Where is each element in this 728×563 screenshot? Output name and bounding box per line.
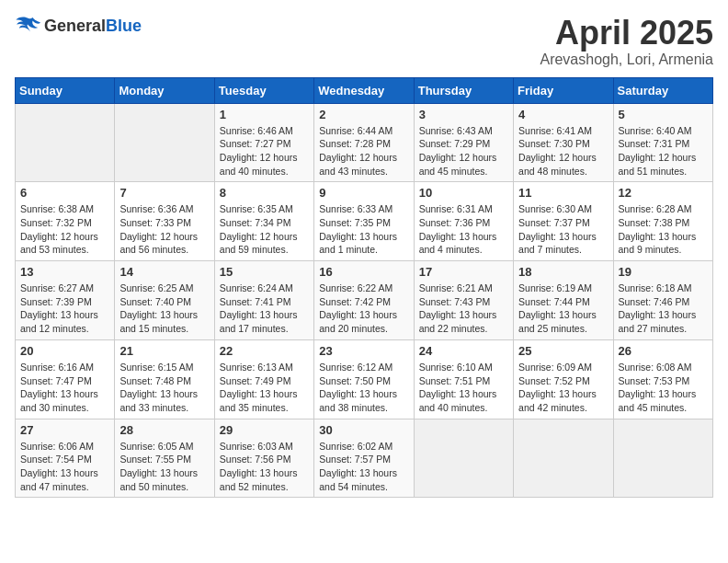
cell-date-number: 1 [220, 108, 309, 121]
calendar-cell: 25Sunrise: 6:09 AMSunset: 7:52 PMDayligh… [514, 339, 613, 419]
calendar-cell: 28Sunrise: 6:05 AMSunset: 7:55 PMDayligh… [115, 419, 214, 498]
cell-date-number: 4 [518, 108, 608, 121]
logo-bird-icon [15, 15, 40, 37]
day-header-wednesday: Wednesday [314, 77, 414, 103]
calendar-cell: 8Sunrise: 6:35 AMSunset: 7:34 PMDaylight… [214, 182, 313, 261]
cell-info: Sunrise: 6:09 AMSunset: 7:52 PMDaylight:… [518, 361, 608, 415]
calendar-week-row: 6Sunrise: 6:38 AMSunset: 7:32 PMDaylight… [16, 182, 713, 261]
cell-date-number: 8 [220, 186, 309, 200]
calendar-cell: 11Sunrise: 6:30 AMSunset: 7:37 PMDayligh… [514, 182, 613, 261]
calendar-cell: 4Sunrise: 6:41 AMSunset: 7:30 PMDaylight… [514, 103, 613, 182]
cell-info: Sunrise: 6:38 AMSunset: 7:32 PMDaylight:… [20, 202, 109, 257]
cell-date-number: 3 [419, 108, 508, 121]
cell-info: Sunrise: 6:36 AMSunset: 7:33 PMDaylight:… [119, 202, 209, 257]
calendar-cell: 29Sunrise: 6:03 AMSunset: 7:56 PMDayligh… [214, 419, 313, 498]
cell-date-number: 10 [419, 186, 508, 200]
cell-date-number: 21 [119, 344, 209, 358]
cell-info: Sunrise: 6:21 AMSunset: 7:43 PMDaylight:… [419, 282, 508, 336]
cell-info: Sunrise: 6:10 AMSunset: 7:51 PMDaylight:… [419, 361, 508, 415]
logo-blue: Blue [106, 17, 142, 35]
calendar-cell: 12Sunrise: 6:28 AMSunset: 7:38 PMDayligh… [613, 182, 712, 261]
cell-info: Sunrise: 6:12 AMSunset: 7:50 PMDaylight:… [319, 361, 408, 415]
cell-date-number: 5 [619, 108, 708, 121]
calendar-cell: 15Sunrise: 6:24 AMSunset: 7:41 PMDayligh… [214, 261, 313, 340]
calendar-week-row: 1Sunrise: 6:46 AMSunset: 7:27 PMDaylight… [16, 103, 713, 182]
cell-info: Sunrise: 6:06 AMSunset: 7:54 PMDaylight:… [20, 440, 109, 494]
day-header-friday: Friday [514, 77, 613, 103]
cell-date-number: 23 [319, 344, 408, 358]
calendar-cell: 6Sunrise: 6:38 AMSunset: 7:32 PMDaylight… [16, 182, 115, 261]
calendar-cell: 2Sunrise: 6:44 AMSunset: 7:28 PMDaylight… [314, 103, 414, 182]
calendar-cell: 21Sunrise: 6:15 AMSunset: 7:48 PMDayligh… [115, 339, 214, 419]
cell-date-number: 24 [419, 344, 508, 358]
calendar-header-row: SundayMondayTuesdayWednesdayThursdayFrid… [16, 77, 713, 103]
calendar-cell: 17Sunrise: 6:21 AMSunset: 7:43 PMDayligh… [414, 261, 513, 340]
calendar-week-row: 27Sunrise: 6:06 AMSunset: 7:54 PMDayligh… [16, 419, 713, 498]
cell-info: Sunrise: 6:35 AMSunset: 7:34 PMDaylight:… [220, 202, 309, 257]
calendar-cell: 22Sunrise: 6:13 AMSunset: 7:49 PMDayligh… [214, 339, 313, 419]
day-header-monday: Monday [115, 77, 214, 103]
location-subtitle: Arevashogh, Lori, Armenia [540, 52, 713, 68]
day-header-tuesday: Tuesday [214, 77, 313, 103]
logo-general: General [44, 17, 106, 35]
cell-date-number: 20 [20, 344, 109, 358]
calendar-cell: 30Sunrise: 6:02 AMSunset: 7:57 PMDayligh… [314, 419, 414, 498]
cell-info: Sunrise: 6:44 AMSunset: 7:28 PMDaylight:… [319, 124, 408, 178]
cell-date-number: 13 [20, 265, 109, 279]
calendar-cell: 14Sunrise: 6:25 AMSunset: 7:40 PMDayligh… [115, 261, 214, 340]
calendar-week-row: 20Sunrise: 6:16 AMSunset: 7:47 PMDayligh… [16, 339, 713, 419]
calendar-cell: 16Sunrise: 6:22 AMSunset: 7:42 PMDayligh… [314, 261, 414, 340]
calendar-cell: 27Sunrise: 6:06 AMSunset: 7:54 PMDayligh… [16, 419, 115, 498]
calendar-cell: 26Sunrise: 6:08 AMSunset: 7:53 PMDayligh… [613, 339, 712, 419]
cell-date-number: 2 [319, 108, 408, 121]
cell-date-number: 15 [220, 265, 309, 279]
calendar-cell: 7Sunrise: 6:36 AMSunset: 7:33 PMDaylight… [115, 182, 214, 261]
calendar-cell: 3Sunrise: 6:43 AMSunset: 7:29 PMDaylight… [414, 103, 513, 182]
cell-date-number: 6 [20, 186, 109, 200]
calendar-cell [16, 103, 115, 182]
calendar-cell [613, 419, 712, 498]
cell-date-number: 25 [518, 344, 608, 358]
cell-info: Sunrise: 6:25 AMSunset: 7:40 PMDaylight:… [119, 282, 209, 336]
calendar-cell: 9Sunrise: 6:33 AMSunset: 7:35 PMDaylight… [314, 182, 414, 261]
cell-date-number: 17 [419, 265, 508, 279]
calendar-week-row: 13Sunrise: 6:27 AMSunset: 7:39 PMDayligh… [16, 261, 713, 340]
cell-date-number: 18 [518, 265, 608, 279]
cell-info: Sunrise: 6:02 AMSunset: 7:57 PMDaylight:… [319, 440, 408, 494]
cell-info: Sunrise: 6:40 AMSunset: 7:31 PMDaylight:… [619, 124, 708, 178]
calendar-cell: 10Sunrise: 6:31 AMSunset: 7:36 PMDayligh… [414, 182, 513, 261]
day-header-sunday: Sunday [16, 77, 115, 103]
cell-info: Sunrise: 6:41 AMSunset: 7:30 PMDaylight:… [518, 124, 608, 178]
logo: GeneralBlue [15, 15, 142, 37]
cell-info: Sunrise: 6:16 AMSunset: 7:47 PMDaylight:… [20, 361, 109, 415]
cell-info: Sunrise: 6:05 AMSunset: 7:55 PMDaylight:… [119, 440, 209, 494]
cell-info: Sunrise: 6:22 AMSunset: 7:42 PMDaylight:… [319, 282, 408, 336]
calendar-cell: 18Sunrise: 6:19 AMSunset: 7:44 PMDayligh… [514, 261, 613, 340]
cell-info: Sunrise: 6:43 AMSunset: 7:29 PMDaylight:… [419, 124, 508, 178]
cell-date-number: 12 [619, 186, 708, 200]
cell-date-number: 22 [220, 344, 309, 358]
cell-info: Sunrise: 6:15 AMSunset: 7:48 PMDaylight:… [119, 361, 209, 415]
cell-date-number: 30 [319, 423, 408, 437]
cell-info: Sunrise: 6:33 AMSunset: 7:35 PMDaylight:… [319, 202, 408, 257]
cell-info: Sunrise: 6:19 AMSunset: 7:44 PMDaylight:… [518, 282, 608, 336]
cell-date-number: 9 [319, 186, 408, 200]
calendar-cell: 23Sunrise: 6:12 AMSunset: 7:50 PMDayligh… [314, 339, 414, 419]
calendar-cell: 20Sunrise: 6:16 AMSunset: 7:47 PMDayligh… [16, 339, 115, 419]
cell-date-number: 19 [619, 265, 708, 279]
cell-info: Sunrise: 6:18 AMSunset: 7:46 PMDaylight:… [619, 282, 708, 336]
cell-date-number: 29 [220, 423, 309, 437]
calendar-cell: 1Sunrise: 6:46 AMSunset: 7:27 PMDaylight… [214, 103, 313, 182]
cell-info: Sunrise: 6:27 AMSunset: 7:39 PMDaylight:… [20, 282, 109, 336]
cell-info: Sunrise: 6:13 AMSunset: 7:49 PMDaylight:… [220, 361, 309, 415]
calendar-cell [514, 419, 613, 498]
cell-info: Sunrise: 6:08 AMSunset: 7:53 PMDaylight:… [619, 361, 708, 415]
calendar-cell: 19Sunrise: 6:18 AMSunset: 7:46 PMDayligh… [613, 261, 712, 340]
calendar-cell [115, 103, 214, 182]
cell-info: Sunrise: 6:24 AMSunset: 7:41 PMDaylight:… [220, 282, 309, 336]
month-title: April 2025 [540, 15, 713, 52]
cell-date-number: 14 [119, 265, 209, 279]
logo-text: GeneralBlue [44, 17, 142, 36]
header: GeneralBlue April 2025 Arevashogh, Lori,… [15, 15, 713, 68]
cell-date-number: 7 [119, 186, 209, 200]
